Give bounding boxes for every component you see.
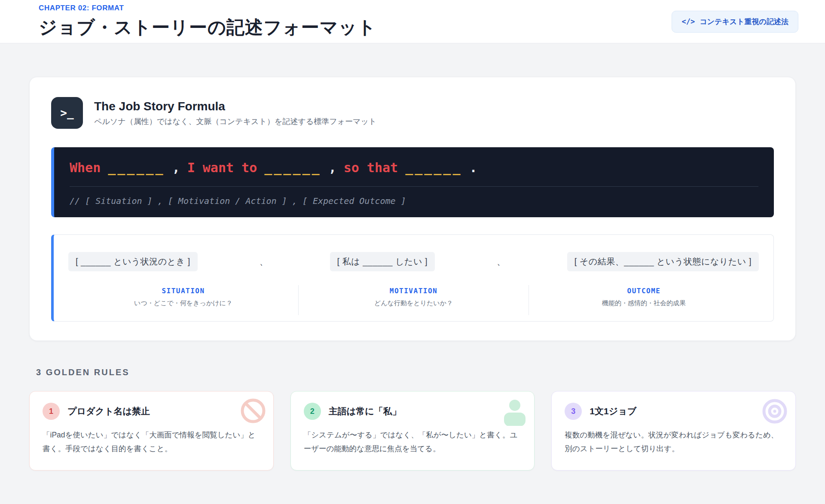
- code-period: .: [470, 160, 477, 175]
- job-story-code-block: When ______ , I want to ______ , so that…: [51, 147, 774, 217]
- motivation-label: MOTIVATION: [299, 287, 529, 295]
- rule-number-badge: 3: [565, 403, 582, 420]
- rule-body: 複数の動機を混ぜない。状況が変わればジョブも変わるため、別のストーリーとして切り…: [565, 428, 782, 455]
- rule-title: プロダクト名は禁止: [67, 405, 150, 417]
- code-blank-outcome: ______: [405, 160, 462, 175]
- main-content: >_ The Job Story Formula ペルソナ（属性）ではなく、文脈…: [0, 77, 825, 471]
- motivation-desc: どんな行動をとりたいか？: [299, 299, 529, 307]
- formula-card-header: >_ The Job Story Formula ペルソナ（属性）ではなく、文脈…: [51, 97, 774, 129]
- job-story-formula-line: When ______ , I want to ______ , so that…: [70, 160, 758, 175]
- code-comment: // [ Situation ] , [ Motivation / Action…: [70, 196, 758, 206]
- rule-number-badge: 1: [43, 403, 60, 420]
- rule-card-header: 3 1文1ジョブ: [565, 403, 782, 420]
- rule-card-no-product-names: 1 プロダクト名は禁止 「iPadを使いたい」ではなく「大画面で情報を閲覧したい…: [29, 391, 274, 471]
- code-keyword-when: When: [70, 160, 101, 175]
- code-comma: ,: [172, 160, 180, 175]
- rule-title: 主語は常に「私」: [329, 405, 401, 417]
- rule-number-badge: 2: [304, 403, 321, 420]
- code-icon: </>: [681, 17, 695, 26]
- rule-card-subject-is-i: 2 主語は常に「私」 「システムが〜する」ではなく、「私が〜したい」と書く。ユー…: [290, 391, 535, 471]
- formula-subtitle: ペルソナ（属性）ではなく、文脈（コンテキスト）を記述する標準フォーマット: [94, 116, 376, 127]
- page-header: CHAPTER 02: FORMAT ジョブ・ストーリーの記述フォーマット </…: [0, 0, 825, 43]
- formula-title: The Job Story Formula: [94, 100, 376, 113]
- rule-card-header: 2 主語は常に「私」: [304, 403, 522, 420]
- motivation-chip: [ 私は ______ したい ]: [330, 252, 435, 271]
- person-icon: [503, 398, 526, 428]
- rule-body: 「システムが〜する」ではなく、「私が〜したい」と書く。ユーザーの能動的な意思に焦…: [304, 428, 522, 455]
- translation-chips-row: [ ______ という状況のとき ] 、 [ 私は ______ したい ] …: [68, 252, 759, 271]
- situation-chip: [ ______ という状況のとき ]: [68, 252, 198, 271]
- code-blank-motivation: ______: [264, 160, 321, 175]
- situation-label: SITUATION: [68, 287, 298, 295]
- prohibition-icon: [241, 398, 266, 425]
- outcome-column: OUTCOME 機能的・感情的・社会的成果: [529, 285, 759, 315]
- chip-separator: 、: [497, 256, 505, 267]
- terminal-icon: >_: [51, 97, 83, 129]
- motivation-column: MOTIVATION どんな行動をとりたいか？: [298, 285, 529, 315]
- rule-title: 1文1ジョブ: [590, 405, 636, 417]
- code-comma: ,: [329, 160, 336, 175]
- situation-column: SITUATION いつ・どこで・何をきっかけに？: [68, 285, 298, 315]
- target-icon: [762, 398, 788, 426]
- code-blank-situation: ______: [108, 160, 165, 175]
- formula-card-titles: The Job Story Formula ペルソナ（属性）ではなく、文脈（コン…: [94, 100, 376, 127]
- outcome-chip: [ その結果、______ という状態になりたい ]: [567, 252, 759, 271]
- outcome-label: OUTCOME: [529, 287, 759, 295]
- japanese-translation-box: [ ______ という状況のとき ] 、 [ 私は ______ したい ] …: [51, 234, 774, 322]
- golden-rules-grid: 1 プロダクト名は禁止 「iPadを使いたい」ではなく「大画面で情報を閲覧したい…: [29, 391, 796, 471]
- header-titles: CHAPTER 02: FORMAT ジョブ・ストーリーの記述フォーマット: [39, 4, 376, 39]
- golden-rules-heading: 3 GOLDEN RULES: [36, 367, 796, 377]
- translation-columns: SITUATION いつ・どこで・何をきっかけに？ MOTIVATION どんな…: [68, 285, 759, 315]
- chip-separator: 、: [260, 256, 268, 267]
- rule-body: 「iPadを使いたい」ではなく「大画面で情報を閲覧したい」と書く。手段ではなく目…: [43, 428, 260, 455]
- context-method-badge[interactable]: </> コンテキスト重視の記述法: [672, 11, 798, 33]
- code-keyword-so-that: so that: [344, 160, 398, 175]
- situation-desc: いつ・どこで・何をきっかけに？: [68, 299, 298, 307]
- chapter-label: CHAPTER 02: FORMAT: [39, 4, 376, 12]
- terminal-prompt-glyph: >_: [60, 106, 73, 119]
- formula-card: >_ The Job Story Formula ペルソナ（属性）ではなく、文脈…: [29, 77, 796, 341]
- code-divider: [70, 186, 758, 187]
- code-keyword-i-want-to: I want to: [187, 160, 257, 175]
- rule-card-header: 1 プロダクト名は禁止: [43, 403, 260, 420]
- outcome-desc: 機能的・感情的・社会的成果: [529, 299, 759, 307]
- badge-label: コンテキスト重視の記述法: [700, 17, 788, 27]
- rule-card-one-sentence-one-job: 3 1文1ジョブ 複数の動機を混ぜない。状況が変わればジョブも変わるため、別のス…: [551, 391, 796, 471]
- page-title: ジョブ・ストーリーの記述フォーマット: [39, 15, 376, 39]
